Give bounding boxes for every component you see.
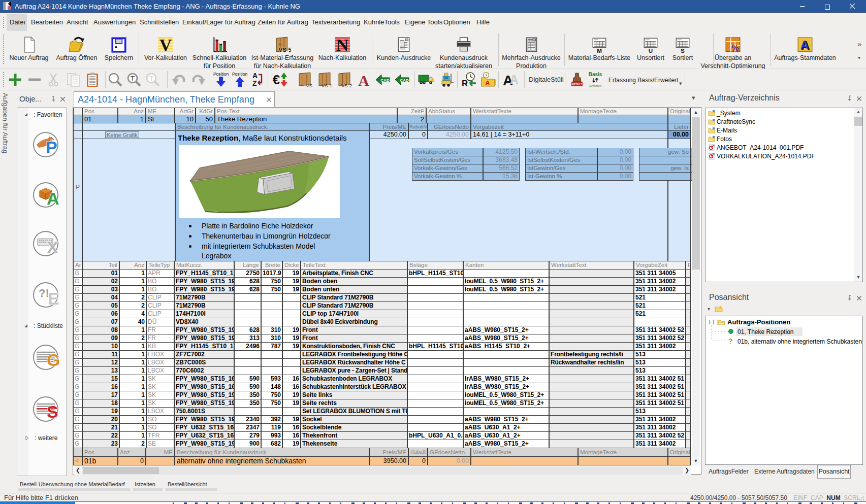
svg-text:S: S (681, 47, 685, 53)
svg-text:€: € (273, 72, 280, 87)
svg-text:A: A (485, 79, 490, 87)
svg-text:U: U (649, 47, 653, 53)
svg-text:Erweitert: Erweitert (589, 84, 601, 87)
svg-text:G: G (47, 350, 60, 369)
svg-text:T: T (131, 75, 135, 82)
svg-text:VS 5: VS 5 (279, 46, 291, 53)
svg-text:%: % (731, 44, 739, 52)
svg-text:CAD: CAD (400, 78, 409, 83)
svg-text:R: R (462, 79, 468, 88)
svg-text:A: A (252, 72, 258, 80)
svg-text:E: E (48, 289, 59, 308)
svg-text:A: A (800, 39, 809, 52)
svg-text:A: A (47, 189, 59, 208)
svg-text:T: T (149, 75, 153, 82)
svg-text:Position: Position (232, 72, 248, 77)
svg-text:VS: VS (306, 83, 312, 88)
svg-text:Basis: Basis (589, 72, 602, 77)
svg-text:ERTEILT: ERTEILT (572, 83, 582, 86)
svg-text:X: X (47, 238, 58, 257)
svg-text:VS-2: VS-2 (341, 83, 352, 88)
svg-text:Z: Z (252, 79, 257, 87)
svg-text:S: S (47, 402, 58, 421)
svg-text:N: N (336, 36, 349, 53)
svg-text:P: P (46, 138, 57, 157)
svg-text:CAD: CAD (380, 78, 390, 83)
svg-text:A: A (510, 73, 519, 86)
svg-text:Position: Position (213, 72, 229, 77)
svg-text:M: M (597, 47, 602, 53)
svg-text:VS-1: VS-1 (322, 83, 332, 88)
svg-text:A: A (358, 72, 369, 88)
svg-text:V: V (159, 36, 172, 53)
